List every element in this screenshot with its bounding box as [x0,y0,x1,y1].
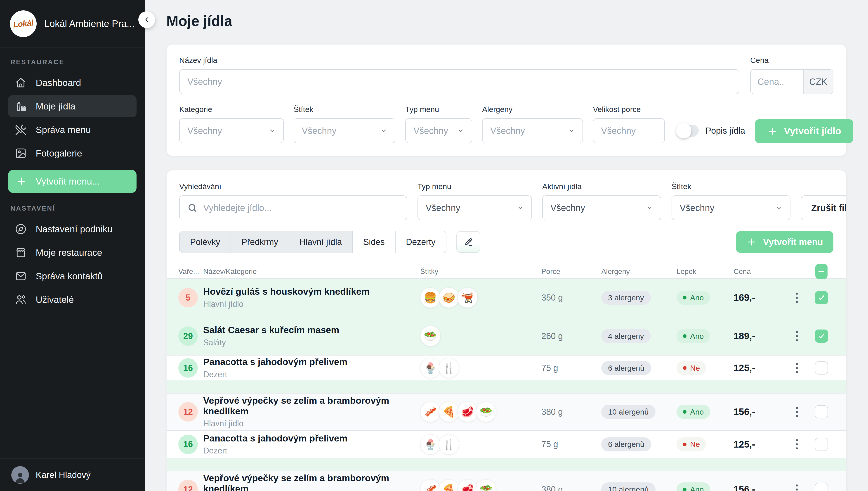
list-menu-type-select[interactable]: Všechny [417,195,532,220]
sidebar-item-fotogalerie[interactable]: Fotogalerie [8,142,136,165]
tab-hlavn-j-dla[interactable]: Hlavní jídla [289,231,353,253]
store-icon [15,247,27,259]
active-dishes-select[interactable]: Všechny [542,195,661,220]
tab-p-edkrmy[interactable]: Předkrmy [231,231,289,253]
brand-logo: Lokál [10,10,37,37]
sidebar-item-moje-restaurace[interactable]: Moje restaurace [8,241,136,264]
gluten-badge: Ano [677,291,710,305]
status-dot [683,334,686,338]
dish-price: 125,- [734,363,783,373]
page-title: Moje jídla [166,13,846,29]
sidebar-nav-nastaveni: Nastavení podniku Moje restaurace Správa… [0,216,145,312]
dish-name: Vepřové výpečky se zelím a bramborovým k… [203,395,420,416]
portion-size-input[interactable]: Všechny [593,118,665,143]
dish-description-toggle-label: Popis jídla [706,126,745,136]
list-tag-select[interactable]: Všechny [672,195,790,220]
row-menu-button[interactable] [796,293,798,303]
price-input[interactable]: Cena.. [751,70,803,94]
dish-table: Vaře... Název/Kategorie Štítky Porce Ale… [166,264,846,491]
row-checkbox[interactable] [815,483,828,491]
menu-type-select[interactable]: Všechny [405,118,472,143]
chevron-down-icon [776,204,782,211]
sidebar-header: Lokál Lokál Ambiente Pra... [0,0,145,48]
sidebar-user[interactable]: Karel Hladový [0,458,145,491]
table-row[interactable]: 5 Hovězí guláš s houskovým knedlíkem Hla… [166,279,846,317]
sidebar-item-spr-va-menu[interactable]: Správa menu [8,119,136,141]
row-menu-button[interactable] [796,407,798,417]
table-row[interactable]: 29 Salát Caesar s kuřecím masem Saláty 🥗… [166,317,846,355]
tag-label: Štítek [672,182,790,191]
tab-pol-vky[interactable]: Polévky [180,231,231,253]
dish-name-input[interactable]: Všechny [179,69,739,94]
tag-select[interactable]: Všechny [293,118,395,143]
tag-label: Štítek [293,105,395,114]
bacon-icon: 🥓 [420,479,440,491]
sidebar-item-moje-j-dla[interactable]: Moje jídla [8,95,136,117]
row-checkbox[interactable] [815,329,828,343]
row-menu-button[interactable] [796,485,798,491]
sidebar-item-u-ivatel-[interactable]: Uživatelé [8,289,136,311]
chevron-down-icon [517,204,524,211]
allergens-select[interactable]: Všechny [482,118,583,143]
select-all-checkbox[interactable] [815,264,828,279]
dish-portion: 380 g [541,485,601,491]
col-gluten: Lepek [677,267,734,276]
row-menu-button[interactable] [796,331,798,341]
sidebar-item-nastaven-podniku[interactable]: Nastavení podniku [8,218,136,240]
dish-tags: 🍨🍴 [420,434,541,455]
dish-category: Hlavní jídlo [203,419,420,428]
dish-count-badge: 16 [178,358,198,378]
dish-price: 156,- [734,406,783,417]
search-input[interactable]: Vyhledejte jídlo... [179,195,407,220]
dish-price: 156,- [734,484,783,491]
edit-categories-button[interactable] [456,231,480,253]
tab-dezerty[interactable]: Dezerty [396,231,446,253]
row-checkbox[interactable] [815,291,828,304]
create-menu-button[interactable]: Vytvořit menu [736,231,833,253]
category-select[interactable]: Všechny [179,118,284,143]
sidebar-section-restaurace: RESTAURACE [10,58,134,66]
col-name-category: Název/Kategorie [203,267,420,276]
clear-filters-button[interactable]: Zrušit filtry [801,195,846,220]
row-checkbox[interactable] [815,438,828,451]
row-checkbox[interactable] [815,362,828,375]
allergens-badge: 4 alergeny [601,329,651,343]
dish-tags: 🥗 [420,326,541,346]
salad-icon: 🥗 [476,479,496,491]
menu-type-label: Typ menu [405,105,472,114]
table-row[interactable]: 16 Panacotta s jahodovým přelivem Dezert… [166,431,846,458]
gluten-badge: Ano [677,483,710,491]
table-row[interactable]: 12 Vepřové výpečky se zelím a bramborový… [166,394,846,430]
dish-tags: 🥓🍕🥩🥗 [420,402,541,422]
sidebar-collapse-button[interactable] [138,11,155,28]
table-row[interactable]: 12 Vepřové výpečky se zelím a bramborový… [166,471,846,491]
row-checkbox[interactable] [815,405,828,418]
sidebar-create-menu-button[interactable]: Vytvořit menu... [8,170,136,193]
dish-portion: 260 g [541,331,601,341]
chevron-down-icon [269,127,276,134]
sidebar-item-dashboard[interactable]: Dashboard [8,72,136,94]
image-icon [15,147,27,159]
allergens-badge: 6 alergenů [601,437,651,452]
row-menu-button[interactable] [796,439,798,450]
dish-tags: 🍔🥪🫕 [420,287,541,308]
col-cooking: Vaře... [178,267,203,276]
dish-portion: 350 g [541,293,601,302]
dish-name: Panacotta s jahodovým přelivem [203,357,420,367]
burger-icon: 🍔 [420,287,440,308]
sandwich-icon: 🥪 [439,287,459,308]
tab-sides[interactable]: Sides [353,231,396,253]
steak-icon: 🥩 [457,479,477,491]
sidebar-item-label: Dashboard [36,78,81,88]
sidebar-item-spr-va-kontakt-[interactable]: Správa kontaktů [8,265,136,287]
dish-price: 189,- [734,331,783,342]
meal-icon [15,100,27,112]
dish-description-toggle[interactable] [677,125,699,137]
search-icon [187,203,197,213]
steak-icon: 🥩 [457,402,477,422]
row-menu-button[interactable] [796,363,798,373]
plus-icon [767,126,778,136]
create-dish-button[interactable]: Vytvořit jídlo [755,119,853,143]
dish-category: Saláty [203,338,420,347]
table-row[interactable]: 16 Panacotta s jahodovým přelivem Dezert… [166,355,846,380]
